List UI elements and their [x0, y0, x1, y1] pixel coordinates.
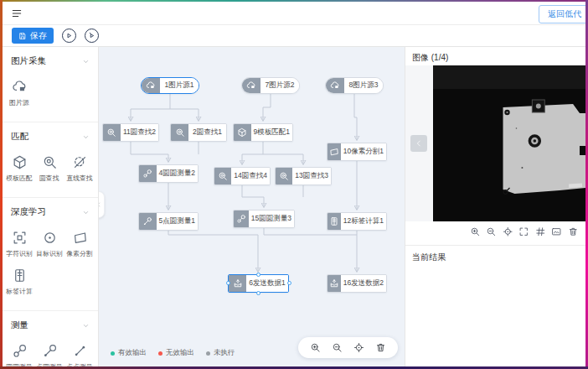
chevron-down-icon[interactable]: [82, 58, 90, 65]
measure-point-circle-icon: [42, 343, 58, 359]
measure-point-point-icon: [72, 343, 88, 359]
node-label: 10像素分割1: [341, 143, 386, 160]
preview-panel: 图像 (1/4): [405, 47, 585, 366]
image-source-icon: [142, 78, 160, 93]
section-header[interactable]: 测量: [3, 316, 98, 338]
node-label: 7图片源2: [260, 78, 299, 93]
previous-image-button[interactable]: [410, 135, 427, 152]
sidebar-item-measure-point-circle[interactable]: 点圆测量: [34, 343, 64, 366]
node-label: 11圆查找2: [121, 124, 158, 141]
image-source-icon: [242, 78, 260, 93]
flow-node-11[interactable]: 11圆查找2: [102, 123, 159, 142]
frame-edge-left: [0, 0, 3, 369]
sidebar-item-measure-circle-circle[interactable]: 圆圆测量: [4, 343, 34, 366]
node-handle[interactable]: [226, 281, 230, 285]
flow-node-7[interactable]: 7图片源2: [241, 77, 300, 94]
flow-node-5[interactable]: 5点圆测量1: [138, 212, 199, 231]
flow-node-10[interactable]: 10像素分割1: [327, 143, 387, 161]
flow-node-13[interactable]: 13圆查找3: [275, 167, 332, 185]
flow-node-1[interactable]: 1图片源1: [141, 77, 199, 94]
tool-label: 模板匹配: [6, 174, 32, 183]
thumbnail-strip: [405, 65, 433, 221]
zoom-out-icon[interactable]: [332, 342, 343, 353]
chevron-down-icon[interactable]: [82, 322, 90, 330]
node-handle[interactable]: [287, 281, 291, 285]
run-button[interactable]: [62, 29, 76, 43]
tool-label: 直线查找: [66, 174, 92, 183]
node-label: 4圆圆测量2: [157, 165, 198, 182]
flow-node-16[interactable]: 16发送数据2: [327, 274, 387, 293]
flow-node-6[interactable]: 6发送数据1: [228, 274, 289, 293]
legend-label: 无效输出: [166, 348, 194, 358]
label-calc-icon: [12, 268, 28, 283]
node-label: 2圆查找1: [188, 124, 226, 141]
fullscreen-icon[interactable]: [518, 226, 529, 237]
chevron-down-icon[interactable]: [82, 209, 90, 216]
section-header[interactable]: 图片采集: [3, 52, 98, 74]
sidebar-item-circle-find[interactable]: 圆查找: [34, 154, 64, 184]
flow-node-4[interactable]: 4圆圆测量2: [138, 164, 199, 183]
section-header[interactable]: 深度学习: [3, 203, 98, 225]
tool-label: 标签计算: [6, 287, 32, 296]
node-handle[interactable]: [256, 273, 260, 277]
image-toolbar: [470, 226, 579, 237]
chevron-left-icon: [415, 139, 423, 148]
flow-canvas[interactable]: 1图片源17图片源28图片源311圆查找22圆查找19模板匹配110像素分割14…: [99, 47, 405, 366]
sidebar-collapse-handle[interactable]: [99, 191, 105, 218]
sidebar-item-ocr[interactable]: 字符识别: [4, 230, 34, 259]
flow-node-2[interactable]: 2圆查找1: [170, 123, 227, 142]
node-label: 5点圆测量1: [157, 213, 198, 230]
flow-node-9[interactable]: 9模板匹配1: [233, 123, 293, 142]
inspection-image[interactable]: [433, 65, 585, 221]
template-match-icon: [234, 124, 251, 141]
sidebar-section: 匹配模板匹配圆查找直线查找: [3, 122, 98, 198]
save-button[interactable]: 保存: [12, 28, 54, 44]
zoom-in-icon[interactable]: [310, 342, 321, 353]
sidebar-section: 测量圆圆测量点圆测量点点测量: [3, 311, 98, 366]
send-data-icon: [328, 275, 341, 292]
flow-node-14[interactable]: 14圆查找4: [214, 167, 271, 185]
section-header[interactable]: 匹配: [3, 127, 98, 149]
flow-node-8[interactable]: 8图片源3: [325, 77, 384, 94]
locate-icon[interactable]: [503, 226, 513, 237]
label-calc-icon: [328, 213, 341, 230]
sidebar-item-pixel-segment[interactable]: 像素分割: [64, 230, 95, 259]
sidebar-item-image-source[interactable]: 图片源: [4, 79, 34, 108]
panel-divider: [405, 245, 585, 246]
node-label: 12标签计算1: [341, 213, 386, 230]
trash-icon[interactable]: [375, 342, 386, 353]
tool-label: 图片源: [9, 98, 28, 107]
action-toolbar: 保存: [3, 25, 585, 47]
zoom-in-icon[interactable]: [470, 226, 481, 237]
sidebar-item-measure-point-point[interactable]: 点点测量: [64, 343, 95, 366]
send-data-icon: [229, 275, 246, 292]
current-result-title: 当前结果: [412, 252, 446, 263]
sidebar-item-line-find[interactable]: 直线查找: [64, 154, 95, 184]
sidebar-item-target-detect[interactable]: 目标识别: [34, 230, 64, 259]
run-once-button[interactable]: [85, 29, 99, 43]
locate-icon[interactable]: [353, 342, 364, 353]
back-to-lowcode-button[interactable]: 返回低代: [539, 5, 588, 23]
image-source-icon: [12, 79, 28, 95]
image-viewer: [405, 65, 585, 221]
tool-label: 圆查找: [39, 174, 59, 183]
measure-point-circle-icon: [139, 213, 157, 230]
section-title: 图片采集: [11, 55, 46, 67]
flow-node-12[interactable]: 12标签计算1: [327, 212, 387, 231]
legend-label: 未执行: [214, 348, 235, 358]
circle-find-icon: [214, 168, 231, 184]
node-label: 13圆查找3: [292, 168, 331, 184]
node-handle[interactable]: [256, 291, 260, 295]
menu-icon[interactable]: [11, 8, 23, 19]
sidebar-item-label-calc[interactable]: 标签计算: [4, 268, 34, 297]
header-bar: 返回低代: [3, 2, 585, 25]
flow-node-15[interactable]: 15圆圆测量3: [233, 210, 295, 228]
frame-icon[interactable]: [551, 226, 562, 237]
tool-label: 字符识别: [6, 249, 32, 258]
save-icon: [18, 32, 27, 40]
trash-icon[interactable]: [568, 226, 579, 237]
grid-icon[interactable]: [535, 226, 546, 237]
zoom-out-icon[interactable]: [486, 226, 497, 237]
chevron-down-icon[interactable]: [82, 133, 90, 141]
sidebar-item-template-match[interactable]: 模板匹配: [4, 154, 34, 184]
